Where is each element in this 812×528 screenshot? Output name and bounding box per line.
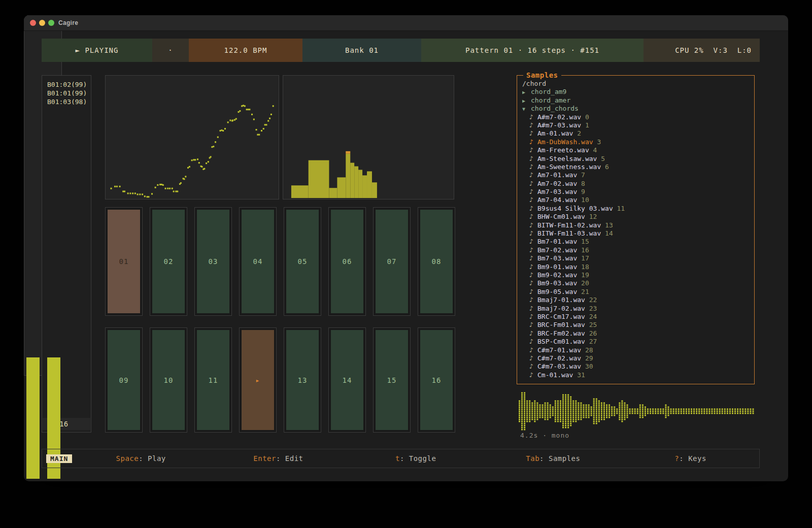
file-row[interactable]: ♪Am7-04.wav 10 xyxy=(522,196,752,204)
file-row-selected[interactable]: ♪Am-DubWash.wav 3 xyxy=(522,138,752,146)
pad-06[interactable]: 06 xyxy=(328,207,366,316)
file-name: Bm9-05.wav xyxy=(537,288,577,295)
music-note-icon: ♪ xyxy=(529,296,537,304)
file-row[interactable]: ♪BRC-Cm17.wav 24 xyxy=(522,313,752,321)
file-row[interactable]: ♪Bm7-03.wav 17 xyxy=(522,254,752,262)
folder-row[interactable]: ▶chord_amer xyxy=(522,96,752,105)
queue-item[interactable]: B01:02(99) xyxy=(47,80,91,89)
folder-row[interactable]: ▶chord_am9 xyxy=(522,88,752,96)
file-row[interactable]: ♪Bm7-01.wav 15 xyxy=(522,238,752,246)
pad-label: 16 xyxy=(420,330,453,430)
file-row[interactable]: ♪Bm9-03.wav 20 xyxy=(522,279,752,287)
file-name: Am-DubWash.wav xyxy=(537,138,593,146)
pad-14[interactable]: 14 xyxy=(328,327,366,433)
file-row[interactable]: ♪C#m7-02.wav 29 xyxy=(522,354,752,362)
file-row[interactable]: ♪C#m7-03.wav 30 xyxy=(522,362,752,371)
music-note-icon: ♪ xyxy=(529,271,537,279)
minimize-button[interactable] xyxy=(39,20,45,26)
file-row[interactable]: ♪BSP-Cm01.wav 27 xyxy=(522,338,752,346)
file-row[interactable]: ♪Bm9-05.wav 21 xyxy=(522,288,752,296)
pad-label: 13 xyxy=(286,330,319,430)
file-row[interactable]: ♪Am7-02.wav 8 xyxy=(522,180,752,188)
folder-name: chord_chords xyxy=(531,105,579,112)
file-index: 21 xyxy=(577,288,589,295)
music-note-icon: ♪ xyxy=(529,129,537,138)
pad-09[interactable]: 09 xyxy=(105,327,143,433)
folder-name: chord_am9 xyxy=(531,88,566,95)
pad-13[interactable]: 13 xyxy=(284,327,321,433)
file-row[interactable]: ♪Am-01.wav 2 xyxy=(522,129,752,138)
queue-item[interactable]: B01:01(99) xyxy=(47,89,91,97)
samples-panel-title: Samples xyxy=(523,71,561,79)
pad-05[interactable]: 05 xyxy=(284,207,321,316)
pad-02[interactable]: 02 xyxy=(150,207,187,316)
music-note-icon: ♪ xyxy=(529,196,537,204)
histogram-chart xyxy=(283,76,454,199)
file-row[interactable]: ♪BHW-Cm01.wav 12 xyxy=(522,213,752,221)
pad-07[interactable]: 07 xyxy=(373,207,411,316)
sample-browser-tree: /chord▶chord_am9▶chord_amer▼chord_chords… xyxy=(522,80,752,379)
file-name: C#m7-02.wav xyxy=(537,354,581,362)
file-row[interactable]: ♪Am7-03.wav 9 xyxy=(522,188,752,196)
file-name: A#m7-03.wav xyxy=(537,121,581,129)
file-row[interactable]: ♪BITW-Fm11-03.wav 14 xyxy=(522,229,752,238)
pad-04[interactable]: 04 xyxy=(239,207,277,316)
pad-12[interactable]: ▸ xyxy=(239,327,277,433)
pad-11[interactable]: 11 xyxy=(194,327,232,433)
file-row[interactable]: ♪BITW-Fm11-02.wav 13 xyxy=(522,221,752,229)
titlebar[interactable]: Cagire xyxy=(24,15,788,31)
queue-item[interactable]: B01:03(98) xyxy=(47,97,91,106)
file-row[interactable]: ♪Am7-01.wav 7 xyxy=(522,171,752,179)
status-step-dot: · xyxy=(152,39,189,62)
file-index: 12 xyxy=(585,213,597,220)
file-row[interactable]: ♪A#m7-03.wav 1 xyxy=(522,121,752,129)
status-bpm[interactable]: 122.0 BPM xyxy=(189,39,302,62)
hint-tab: Tab: Samples xyxy=(485,454,622,463)
chevron-collapsed-icon[interactable]: ▶ xyxy=(522,97,531,105)
file-name: Bmaj7-02.wav xyxy=(537,305,585,312)
status-pattern[interactable]: Pattern 01 · 16 steps · #151 xyxy=(421,39,644,62)
chevron-collapsed-icon[interactable]: ▶ xyxy=(522,88,531,96)
file-row[interactable]: ♪Bmaj7-02.wav 23 xyxy=(522,305,752,313)
file-row[interactable]: ♪Am-Sweetness.wav 6 xyxy=(522,163,752,171)
pad-15[interactable]: 15 xyxy=(373,327,411,433)
file-name: Bm9-01.wav xyxy=(537,263,577,271)
file-name: BSP-Cm01.wav xyxy=(537,338,585,345)
file-row[interactable]: ♪Bm9-01.wav 18 xyxy=(522,263,752,271)
folder-name: chord_amer xyxy=(531,96,570,104)
music-note-icon: ♪ xyxy=(529,254,537,262)
file-row[interactable]: ♪Bmaj7-01.wav 22 xyxy=(522,296,752,304)
pad-16[interactable]: 16 xyxy=(418,327,455,433)
file-row[interactable]: ♪B9sus4 Silky 03.wav 11 xyxy=(522,205,752,213)
file-name: Cm-01.wav xyxy=(537,371,573,379)
file-row[interactable]: ♪BRC-Fm02.wav 26 xyxy=(522,329,752,338)
music-note-icon: ♪ xyxy=(529,371,537,379)
file-index: 14 xyxy=(601,229,613,237)
close-button[interactable] xyxy=(30,20,36,26)
file-row[interactable]: ♪BRC-Fm01.wav 25 xyxy=(522,321,752,329)
pad-label: 01 xyxy=(108,210,140,313)
file-row[interactable]: ♪Bm7-02.wav 16 xyxy=(522,246,752,254)
zoom-button[interactable] xyxy=(48,20,54,26)
pad-10[interactable]: 10 xyxy=(150,327,187,433)
folder-row[interactable]: ▼chord_chords xyxy=(522,105,752,113)
file-index: 1 xyxy=(581,121,589,129)
status-bank[interactable]: Bank 01 xyxy=(302,39,421,62)
file-row[interactable]: ♪Cm-01.wav 31 xyxy=(522,371,752,379)
file-index: 2 xyxy=(573,129,581,137)
file-name: Bm7-02.wav xyxy=(537,246,577,254)
file-row[interactable]: ♪Bm9-02.wav 19 xyxy=(522,271,752,279)
pad-01[interactable]: 01 xyxy=(105,207,143,316)
file-name: C#m7-01.wav xyxy=(537,346,581,354)
file-row[interactable]: ♪C#m7-01.wav 28 xyxy=(522,346,752,354)
file-row[interactable]: ♪A#m7-02.wav 0 xyxy=(522,113,752,121)
chevron-expanded-icon[interactable]: ▼ xyxy=(522,105,531,113)
sample-info-label: 4.2s · mono xyxy=(520,432,569,439)
file-index: 6 xyxy=(601,163,609,171)
status-playing[interactable]: ► PLAYING xyxy=(42,39,152,62)
file-row[interactable]: ♪Am-Freeto.wav 4 xyxy=(522,146,752,154)
file-index: 5 xyxy=(597,155,605,162)
file-row[interactable]: ♪Am-Steelsaw.wav 5 xyxy=(522,155,752,163)
pad-08[interactable]: 08 xyxy=(418,207,455,316)
pad-03[interactable]: 03 xyxy=(194,207,232,316)
